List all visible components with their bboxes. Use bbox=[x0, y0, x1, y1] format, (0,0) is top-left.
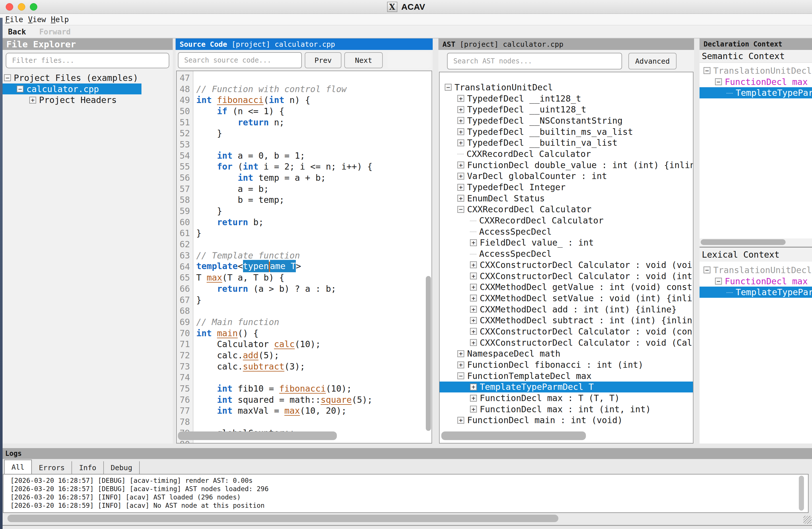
code-line[interactable]: 77 int maxVal = max(10, 20); bbox=[177, 405, 432, 416]
lexical-context-row[interactable]: TemplateTypeParmDecl T bbox=[699, 286, 812, 298]
code-line[interactable]: 67} bbox=[177, 294, 432, 306]
expand-icon[interactable]: + bbox=[470, 295, 477, 302]
ast-node-row[interactable]: +EnumDecl Status bbox=[439, 193, 693, 204]
code-line[interactable]: 58 b = temp; bbox=[177, 194, 432, 206]
ast-node-row[interactable]: +CXXMethodDecl subtract : int (int) {inl… bbox=[439, 315, 693, 326]
collapse-icon[interactable]: − bbox=[715, 278, 722, 284]
code-line[interactable]: 47 bbox=[177, 72, 432, 84]
ast-node-row[interactable]: −FunctionTemplateDecl max bbox=[439, 370, 693, 382]
ast-node-row[interactable]: +NamespaceDecl math bbox=[439, 348, 693, 359]
expand-icon[interactable]: + bbox=[458, 350, 464, 357]
ast-node-row[interactable]: +CXXConstructorDecl Calculator : void (C… bbox=[439, 337, 693, 348]
ast-node-row[interactable]: +FunctionDecl main : int (void) bbox=[439, 415, 693, 426]
expand-icon[interactable]: + bbox=[458, 139, 464, 146]
expand-icon[interactable]: + bbox=[458, 195, 464, 202]
ast-node-row[interactable]: +CXXConstructorDecl Calculator : void (i… bbox=[439, 270, 693, 282]
ast-node-row[interactable]: +FunctionDecl double_value : int (int) {… bbox=[439, 160, 693, 171]
code-line[interactable]: 66 return (a > b) ? a : b; bbox=[177, 283, 432, 294]
code-line[interactable]: 78 bbox=[177, 416, 432, 427]
ast-node-row[interactable]: +CXXMethodDecl setValue : void (int) {in… bbox=[439, 293, 693, 304]
ast-node-row[interactable]: +FunctionDecl max : T (T, T) bbox=[439, 393, 693, 403]
expand-icon[interactable]: + bbox=[458, 95, 464, 102]
filter-files-input[interactable] bbox=[6, 53, 169, 68]
function-link[interactable]: square bbox=[320, 395, 351, 405]
collapse-icon[interactable]: − bbox=[715, 78, 722, 85]
collapse-icon[interactable]: − bbox=[458, 372, 464, 379]
code-line[interactable]: 57 a = b; bbox=[177, 183, 432, 194]
function-link[interactable]: add bbox=[243, 350, 259, 360]
lexical-context-row[interactable]: −TranslationUnitDecl bbox=[699, 265, 812, 276]
code-line[interactable]: 70int main() { bbox=[177, 328, 432, 339]
search-ast-input[interactable] bbox=[447, 53, 622, 70]
expand-icon[interactable]: + bbox=[458, 173, 464, 180]
code-line[interactable]: 68 bbox=[177, 305, 432, 317]
ast-node-row[interactable]: +TypedefDecl __builtin_ms_va_list bbox=[439, 126, 693, 137]
code-line[interactable]: 60 return b; bbox=[177, 217, 432, 228]
expand-icon[interactable]: + bbox=[458, 117, 464, 124]
code-line[interactable]: 50 if (n <= 1) { bbox=[177, 106, 432, 117]
ast-node-row[interactable]: +TypedefDecl __int128_t bbox=[439, 93, 693, 104]
code-line[interactable]: 59 } bbox=[177, 205, 432, 217]
lexical-context-row[interactable]: −FunctionDecl max bbox=[699, 276, 812, 287]
expand-icon[interactable]: + bbox=[470, 239, 477, 246]
file-tree-row[interactable]: −Project Files (examples) bbox=[2, 72, 142, 84]
expand-icon[interactable]: + bbox=[458, 106, 464, 113]
file-tree-row[interactable]: +Project Headers bbox=[2, 94, 142, 106]
menu-item-view[interactable]: View bbox=[28, 15, 46, 24]
menu-item-help[interactable]: Help bbox=[51, 15, 69, 24]
code-editor[interactable]: 4748// Function with control flow49int f… bbox=[176, 71, 432, 443]
ast-node-row[interactable]: −CXXRecordDecl Calculator bbox=[439, 204, 693, 215]
ast-node-row[interactable]: +TypedefDecl __uint128_t bbox=[439, 104, 693, 115]
expand-icon[interactable]: + bbox=[458, 162, 464, 168]
code-line[interactable]: 52 } bbox=[177, 128, 432, 139]
code-line[interactable]: 62 bbox=[177, 239, 432, 250]
ast-node-row[interactable]: +TypedefDecl Integer bbox=[439, 181, 693, 193]
code-line[interactable]: 56 int temp = a + b; bbox=[177, 172, 432, 183]
ast-node-row[interactable]: CXXRecordDecl Calculator bbox=[439, 148, 693, 160]
ast-horizontal-scrollbar[interactable] bbox=[441, 431, 586, 440]
source-horizontal-scrollbar[interactable] bbox=[178, 431, 337, 440]
code-line[interactable]: 71 Calculator calc(10); bbox=[177, 339, 432, 350]
logs-tab-errors[interactable]: Errors bbox=[32, 461, 72, 474]
semantic-context-row[interactable]: −FunctionDecl max bbox=[699, 76, 812, 88]
expand-icon[interactable]: + bbox=[470, 273, 477, 279]
logs-tab-all[interactable]: All bbox=[4, 459, 32, 474]
collapse-icon[interactable]: − bbox=[704, 266, 710, 274]
menu-item-file[interactable]: File bbox=[5, 15, 23, 24]
function-link[interactable]: fibonacci bbox=[279, 384, 326, 394]
collapse-icon[interactable]: − bbox=[4, 74, 11, 81]
expand-icon[interactable]: + bbox=[470, 395, 477, 402]
expand-icon[interactable]: + bbox=[458, 417, 464, 424]
expand-icon[interactable]: + bbox=[458, 128, 464, 135]
ast-node-row[interactable]: +FunctionDecl max : int (int, int) bbox=[439, 403, 693, 415]
next-button[interactable]: Next bbox=[344, 52, 383, 68]
semantic-context-row[interactable]: TemplateTypeParmDecl T bbox=[699, 87, 812, 98]
ast-node-row[interactable]: AccessSpecDecl bbox=[439, 226, 693, 237]
collapse-icon[interactable]: − bbox=[458, 206, 464, 213]
code-line[interactable]: 49int fibonacci(int n) { bbox=[177, 94, 432, 106]
function-link[interactable]: calc bbox=[274, 339, 295, 349]
ast-node-row[interactable]: CXXRecordDecl Calculator bbox=[439, 215, 693, 226]
code-line[interactable]: 74 bbox=[177, 372, 432, 383]
code-line[interactable]: 54 int a = 0, b = 1; bbox=[177, 150, 432, 161]
expand-icon[interactable]: + bbox=[458, 362, 464, 368]
expand-icon[interactable]: + bbox=[470, 339, 477, 346]
code-line[interactable]: 72 calc.add(5); bbox=[177, 350, 432, 361]
expand-icon[interactable]: + bbox=[470, 306, 477, 313]
semantic-context-row[interactable]: −TranslationUnitDecl bbox=[699, 65, 812, 76]
expand-icon[interactable]: + bbox=[470, 406, 477, 413]
expand-icon[interactable]: + bbox=[470, 317, 477, 324]
function-link[interactable]: max bbox=[207, 273, 222, 282]
forward-button[interactable]: Forward bbox=[39, 28, 71, 36]
collapse-icon[interactable]: − bbox=[445, 84, 452, 91]
ast-node-row[interactable]: +FunctionDecl fibonacci : int (int) bbox=[439, 359, 693, 370]
ast-node-row[interactable]: +TemplateTypeParmDecl T bbox=[439, 382, 693, 393]
code-line[interactable]: 61} bbox=[177, 228, 432, 239]
ast-node-row[interactable]: AccessSpecDecl bbox=[439, 248, 693, 259]
function-link[interactable]: main bbox=[217, 328, 237, 338]
code-line[interactable]: 51 return n; bbox=[177, 117, 432, 128]
code-line[interactable]: 63// Template function bbox=[177, 250, 432, 261]
logs-vertical-scrollbar[interactable] bbox=[799, 476, 804, 511]
ast-node-row[interactable]: +CXXConstructorDecl Calculator : void (c… bbox=[439, 326, 693, 337]
resize-grip-icon[interactable] bbox=[803, 516, 811, 524]
